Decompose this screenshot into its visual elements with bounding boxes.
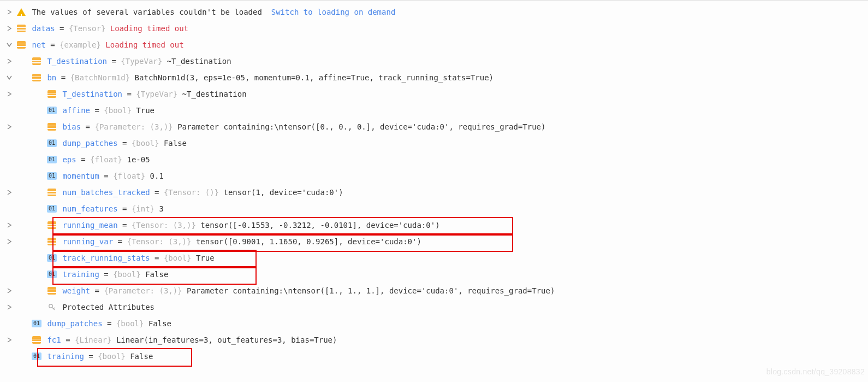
chevron-right-icon[interactable]: [3, 337, 15, 343]
variable-row-T_destination: T_destination = {TypeVar} ~T_destination: [2, 86, 863, 102]
variable-type: {bool}: [113, 266, 145, 283]
object-icon: [31, 74, 43, 81]
variable-value: 0.1: [150, 168, 164, 184]
variable-value: ~T_destination: [167, 53, 231, 69]
variable-value: tensor(1, device='cuda:0'): [223, 184, 343, 201]
variable-row-affine: 01 affine = {bool} True: [2, 102, 863, 119]
variable-name[interactable]: num_features: [62, 201, 117, 217]
variable-name[interactable]: T_destination: [62, 86, 122, 102]
variable-row-training: 01 training = {bool} False: [2, 266, 863, 283]
primitive-icon: 01: [31, 352, 43, 360]
variable-value: BatchNorm1d(3, eps=1e-05, momentum=0.1, …: [135, 69, 494, 86]
switch-loading-link[interactable]: Switch to loading on demand: [271, 4, 396, 20]
object-icon: [46, 123, 58, 131]
variable-value: True: [136, 102, 154, 119]
variable-value: False: [130, 348, 153, 365]
variable-value: tensor([-0.1553, -0.3212, -0.0101], devi…: [200, 217, 439, 233]
variable-name[interactable]: running_mean: [62, 217, 117, 233]
primitive-icon: 01: [46, 271, 58, 278]
chevron-right-icon[interactable]: [3, 91, 15, 97]
chevron-right-icon[interactable]: [3, 304, 15, 310]
variable-row-datas: datas = {Tensor} Loading timed out: [2, 20, 863, 37]
variable-name[interactable]: training: [47, 348, 84, 365]
variable-name[interactable]: running_var: [62, 233, 113, 250]
object-icon: [31, 336, 43, 344]
variables-panel: The values of several variables couldn't…: [0, 0, 868, 368]
primitive-icon: 01: [46, 139, 58, 147]
variable-row-weight: weight = {Parameter: (3,)} Parameter con…: [2, 283, 863, 299]
variable-row-momentum: 01 momentum = {float} 0.1: [2, 168, 863, 184]
variable-row-T_destination: T_destination = {TypeVar} ~T_destination: [2, 53, 863, 69]
variable-row-net: net = {example} Loading timed out: [2, 37, 863, 53]
protected-attributes-label[interactable]: Protected Attributes: [62, 299, 154, 315]
variable-name[interactable]: T_destination: [47, 53, 107, 69]
chevron-right-icon[interactable]: [3, 58, 15, 64]
object-icon: [46, 189, 58, 196]
variable-type: {int}: [132, 201, 159, 217]
chevron-right-icon[interactable]: [3, 288, 15, 293]
variable-type: {Tensor}: [69, 20, 110, 37]
variable-type: {float}: [90, 151, 127, 168]
variable-name[interactable]: num_batches_tracked: [62, 184, 150, 201]
variable-row-bn: bn = {BatchNorm1d} BatchNorm1d(3, eps=1e…: [2, 69, 863, 86]
chevron-down-icon[interactable]: [3, 42, 15, 48]
variable-row-fc1: fc1 = {Linear} Linear(in_features=3, out…: [2, 332, 863, 348]
warning-message: The values of several variables couldn't…: [32, 4, 261, 20]
key-icon: [46, 303, 58, 311]
variable-name[interactable]: affine: [62, 102, 90, 119]
primitive-icon: 01: [46, 254, 58, 262]
variable-row-running_var: running_var = {Tensor: (3,)} tensor([0.9…: [2, 233, 863, 250]
variable-type: {Tensor: (3,)}: [132, 217, 200, 233]
variable-type: {Linear}: [75, 332, 116, 348]
variable-name[interactable]: net: [32, 37, 45, 53]
variable-type: {bool}: [104, 102, 136, 119]
variable-name[interactable]: training: [62, 266, 99, 283]
variable-row-dump_patches: 01 dump_patches = {bool} False: [2, 135, 863, 151]
variable-value: False: [164, 135, 187, 151]
variable-type: {Parameter: (3,)}: [94, 119, 177, 135]
variable-name[interactable]: track_running_stats: [62, 250, 150, 266]
variable-name[interactable]: dump_patches: [62, 135, 117, 151]
variable-value: Linear(in_features=3, out_features=3, bi…: [116, 332, 337, 348]
variable-name[interactable]: weight: [62, 283, 90, 299]
variable-value: False: [145, 266, 168, 283]
variable-type: {Tensor: ()}: [164, 184, 224, 201]
variable-row-track_running_stats: 01 track_running_stats = {bool} True: [2, 250, 863, 266]
variable-name[interactable]: fc1: [47, 332, 61, 348]
watermark-text: blog.csdn.net/qq_39208832: [766, 363, 865, 368]
variable-value: 3: [159, 201, 163, 217]
object-icon: [46, 90, 58, 98]
variable-name[interactable]: dump_patches: [47, 315, 102, 332]
variable-type: {TypeVar}: [121, 53, 167, 69]
chevron-right-icon[interactable]: [3, 190, 15, 195]
chevron-right-icon[interactable]: [3, 222, 15, 228]
variable-value: ~T_destination: [182, 86, 247, 102]
object-icon: [15, 25, 27, 32]
variable-name[interactable]: bn: [47, 69, 56, 86]
variable-type: {bool}: [132, 135, 164, 151]
chevron-right-icon[interactable]: [3, 26, 15, 31]
chevron-right-icon[interactable]: [3, 9, 15, 15]
variable-row-running_mean: running_mean = {Tensor: (3,)} tensor([-0…: [2, 217, 863, 233]
variable-name[interactable]: momentum: [62, 168, 99, 184]
warning-icon: [15, 8, 27, 16]
variable-type: {example}: [60, 37, 105, 53]
warning-row: The values of several variables couldn't…: [2, 4, 863, 20]
variable-name[interactable]: datas: [32, 20, 55, 37]
variable-type: {bool}: [98, 348, 130, 365]
variable-value: Parameter containing:\ntensor([0., 0., 0…: [177, 119, 545, 135]
variable-name[interactable]: bias: [62, 119, 81, 135]
chevron-right-icon[interactable]: [3, 239, 15, 244]
primitive-icon: 01: [31, 320, 43, 327]
chevron-down-icon[interactable]: [3, 75, 15, 80]
variable-value: 1e-05: [127, 151, 150, 168]
chevron-right-icon[interactable]: [3, 124, 15, 130]
variable-type: {float}: [113, 168, 150, 184]
variable-value: Loading timed out: [105, 37, 183, 53]
variable-row-eps: 01 eps = {float} 1e-05: [2, 151, 863, 168]
variable-type: {Tensor: (3,)}: [127, 233, 195, 250]
variable-name[interactable]: eps: [62, 151, 76, 168]
variable-type: {bool}: [164, 250, 196, 266]
variable-row-bias: bias = {Parameter: (3,)} Parameter conta…: [2, 119, 863, 135]
primitive-icon: 01: [46, 205, 58, 213]
